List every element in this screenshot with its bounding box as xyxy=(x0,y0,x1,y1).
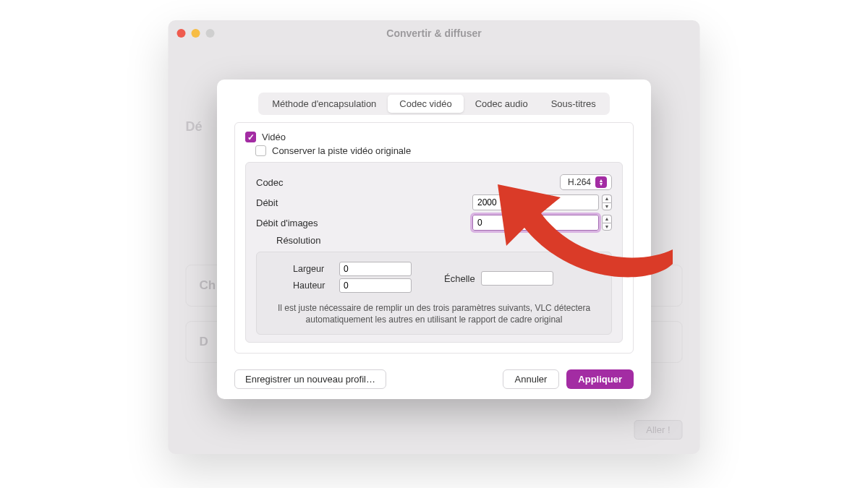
keep-original-label: Conserver la piste vidéo originale xyxy=(272,145,411,156)
cancel-button[interactable]: Annuler xyxy=(503,369,560,389)
codec-select[interactable]: H.264 ▲▼ xyxy=(560,174,612,190)
framerate-stepper[interactable]: ▲ ▼ xyxy=(602,215,612,231)
apply-button[interactable]: Appliquer xyxy=(566,369,634,389)
height-label: Hauteur xyxy=(293,281,333,291)
keep-original-checkbox[interactable] xyxy=(255,145,266,156)
stepper-down-icon[interactable]: ▼ xyxy=(602,223,612,231)
height-input[interactable] xyxy=(339,278,412,293)
stepper-down-icon[interactable]: ▼ xyxy=(602,202,612,211)
modal-footer: Enregistrer un nouveau profil… Annuler A… xyxy=(217,365,651,389)
tab-audio-codec[interactable]: Codec audio xyxy=(464,95,540,113)
width-input[interactable] xyxy=(339,262,412,276)
codec-settings-modal: Méthode d'encapsulation Codec vidéo Code… xyxy=(217,80,651,399)
scale-label: Échelle xyxy=(444,273,475,284)
save-profile-button[interactable]: Enregistrer un nouveau profil… xyxy=(234,369,386,389)
tab-video-codec[interactable]: Codec vidéo xyxy=(388,95,463,113)
codec-label: Codec xyxy=(256,177,350,188)
video-codec-panel: Vidéo Conserver la piste vidéo originale… xyxy=(234,122,634,354)
framerate-label: Débit d'images xyxy=(256,218,350,228)
video-checkbox[interactable] xyxy=(245,132,256,142)
width-label: Largeur xyxy=(293,264,333,274)
tab-encapsulation[interactable]: Méthode d'encapsulation xyxy=(260,95,388,113)
bitrate-input[interactable] xyxy=(472,194,599,210)
stepper-up-icon[interactable]: ▲ xyxy=(602,215,612,223)
stepper-up-icon[interactable]: ▲ xyxy=(602,194,612,202)
scale-input[interactable] xyxy=(481,271,553,286)
bitrate-label: Débit xyxy=(256,197,350,208)
resolution-hint: Il est juste nécessaire de remplir un de… xyxy=(267,302,601,325)
bitrate-stepper[interactable]: ▲ ▼ xyxy=(602,194,612,210)
codec-value: H.264 xyxy=(568,177,591,187)
resolution-panel: Largeur Hauteur Échelle Il est juste néc… xyxy=(256,252,612,335)
video-checkbox-label: Vidéo xyxy=(262,132,286,142)
codec-params-panel: Codec H.264 ▲▼ Débit ▲ ▼ xyxy=(245,162,623,343)
titlebar: Convertir & diffuser xyxy=(169,20,700,46)
resolution-title: Résolution xyxy=(276,235,350,246)
go-button[interactable]: Aller ! xyxy=(634,420,682,440)
tab-bar: Méthode d'encapsulation Codec vidéo Code… xyxy=(258,93,610,115)
framerate-input[interactable] xyxy=(472,215,599,231)
dropdown-caret-icon: ▲▼ xyxy=(595,176,607,188)
tab-subtitles[interactable]: Sous-titres xyxy=(540,95,608,113)
window-title: Convertir & diffuser xyxy=(169,27,700,39)
